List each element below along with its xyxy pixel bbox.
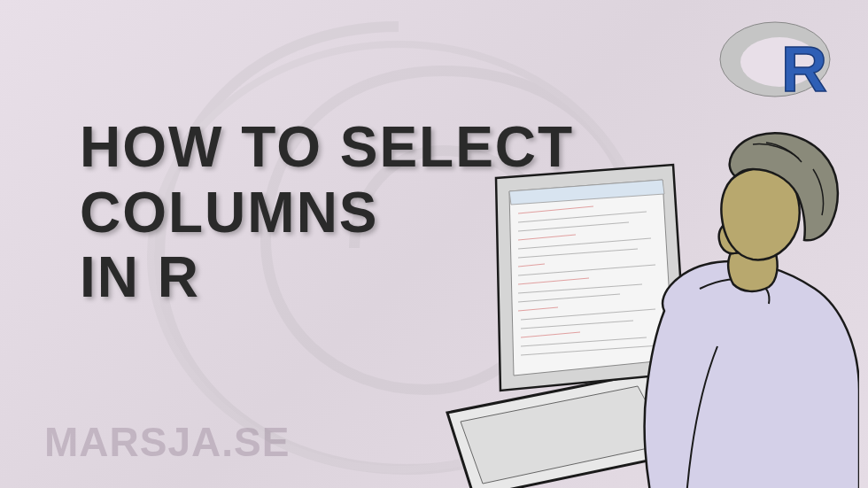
person-laptop-illustration [416, 116, 859, 488]
watermark-text: MARSJA.SE [44, 418, 290, 466]
r-logo-letter: R [781, 34, 827, 105]
r-logo: R [717, 13, 841, 111]
